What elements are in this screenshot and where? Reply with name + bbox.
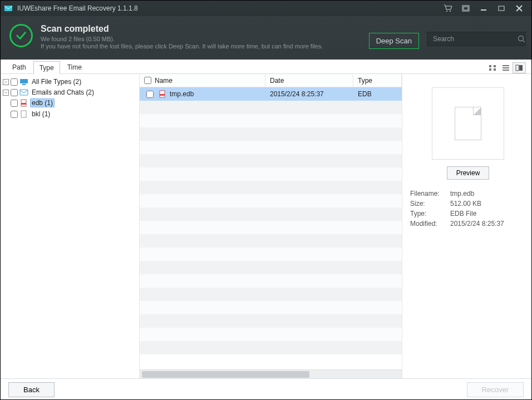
close-icon[interactable] [510,2,528,14]
tree-node-bkl[interactable]: bkl (1) [3,109,137,119]
cell-type: EDB [353,90,402,98]
recover-button[interactable]: Recover [467,382,524,397]
table-row-empty [140,208,402,221]
mail-icon [19,88,28,96]
file-list-header: Name Date Type [140,74,402,87]
search-icon[interactable] [518,35,525,43]
file-type-icon [19,110,28,118]
view-list-icon[interactable] [499,62,513,73]
svg-rect-13 [489,68,491,71]
tree-checkbox[interactable] [11,89,18,96]
tree-label: Emails and Chats (2) [30,88,96,96]
file-list-body[interactable]: tmp.edb2015/2/24 8:25:37EDB [140,87,402,369]
table-row-empty [140,101,402,114]
table-row-empty [140,141,402,154]
minimize-icon[interactable] [475,2,492,14]
tree-checkbox[interactable] [11,78,18,86]
table-row[interactable]: tmp.edb2015/2/24 8:25:37EDB [140,87,402,101]
select-all-checkbox[interactable] [144,77,151,84]
table-row-empty [140,248,402,261]
column-header-name[interactable]: Name [140,74,265,87]
status-hint: If you have not found the lost files, pl… [41,43,363,50]
tab-row: Path Type Time [1,60,531,74]
svg-rect-6 [499,6,504,11]
prop-val-size: 512.00 KB [450,199,508,209]
file-list: Name Date Type tmp.edb2015/2/24 8:25:37E… [140,74,402,378]
svg-rect-24 [21,103,26,105]
column-header-date[interactable]: Date [265,74,353,87]
svg-rect-27 [160,94,165,96]
tree-label: bkl (1) [30,110,52,118]
cart-icon[interactable] [439,2,457,14]
category-tree[interactable]: − All File Types (2) − Emails and Chats … [1,74,140,378]
svg-rect-12 [494,65,496,67]
app-title: IUWEshare Free Email Recovery 1.1.1.8 [17,4,138,12]
prop-key-filename: Filename: [410,189,450,199]
main-area: − All File Types (2) − Emails and Chats … [1,74,531,378]
table-row-empty [140,314,402,328]
tab-type[interactable]: Type [33,61,60,74]
column-label: Name [155,77,173,85]
preview-properties: Filename:tmp.edb Size:512.00 KB Type:EDB… [410,189,508,229]
svg-rect-4 [464,7,468,10]
svg-rect-19 [519,65,523,71]
horizontal-scrollbar[interactable] [140,369,402,378]
prop-key-type: Type: [410,209,450,219]
table-row-empty [140,328,402,341]
table-row-empty [140,194,402,208]
tree-node-edb[interactable]: edb (1) [3,98,137,108]
tab-path[interactable]: Path [6,61,32,73]
tree-checkbox[interactable] [11,100,18,107]
svg-rect-11 [489,65,491,67]
prop-key-size: Size: [410,199,450,209]
search-field[interactable] [427,32,526,46]
view-detail-icon[interactable] [513,62,526,73]
monitor-icon [19,78,28,86]
tree-node-emails[interactable]: − Emails and Chats (2) [3,87,137,97]
table-row-empty [140,167,402,181]
tab-time[interactable]: Time [61,61,88,73]
svg-rect-20 [20,79,28,83]
table-row-empty [140,127,402,141]
svg-rect-25 [21,111,26,117]
search-input[interactable] [432,34,518,43]
prop-val-modified: 2015/2/24 8:25:37 [450,219,508,229]
restore-icon[interactable] [492,2,510,14]
status-text: Scan completed We found 2 files (0.50 MB… [41,24,363,50]
prop-key-modified: Modified: [410,219,450,229]
table-row-empty [140,288,402,301]
app-logo-icon [4,4,13,13]
table-row-empty [140,341,402,354]
tree-toggle-icon[interactable]: − [3,90,9,96]
tree-checkbox[interactable] [11,111,18,118]
titlebar: IUWEshare Free Email Recovery 1.1.1.8 [1,1,531,16]
back-button[interactable]: Back [8,382,55,397]
maximize-toggle-icon[interactable] [457,2,475,14]
file-icon [455,107,481,140]
table-row-empty [140,274,402,288]
tree-node-all[interactable]: − All File Types (2) [3,77,137,87]
column-label: Type [358,77,372,85]
tree-label: edb (1) [30,98,55,107]
view-grid-icon[interactable] [486,62,499,73]
svg-line-10 [523,41,525,42]
file-name: tmp.edb [170,90,194,98]
tree-toggle-icon[interactable]: − [3,79,9,85]
svg-rect-22 [20,90,28,95]
checkmark-icon [9,24,33,47]
table-row-empty [140,221,402,234]
svg-point-2 [450,11,451,12]
tree-toggle-spacer [3,111,9,117]
row-checkbox[interactable] [146,91,154,98]
deep-scan-button[interactable]: Deep Scan [369,33,419,49]
scrollbar-thumb[interactable] [142,371,309,378]
cell-name: tmp.edb [140,89,265,100]
file-type-icon [159,90,166,98]
column-header-type[interactable]: Type [353,74,402,87]
preview-button[interactable]: Preview [447,166,490,180]
file-type-icon [19,99,28,107]
svg-rect-18 [516,65,519,71]
table-row-empty [140,154,402,167]
svg-rect-14 [494,68,496,71]
status-found: We found 2 files (0.50 MB). [41,36,363,42]
